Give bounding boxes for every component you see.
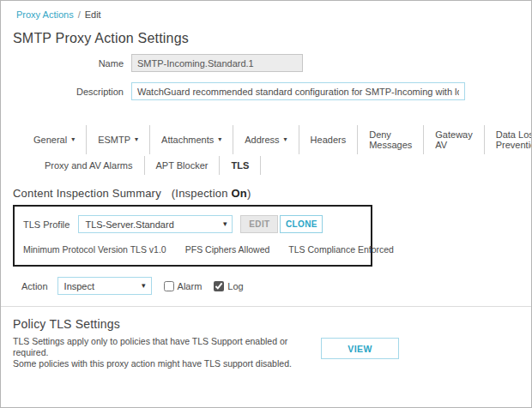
description-label: Description xyxy=(1,87,131,97)
tab-gateway-av-label: Gateway AV xyxy=(435,129,472,150)
action-select[interactable]: Inspect ▾ xyxy=(57,277,152,295)
tab-data-loss-prevention[interactable]: Data Loss Prevention xyxy=(485,125,532,154)
tls-profile-label: TLS Profile xyxy=(23,219,70,230)
chevron-down-icon: ▾ xyxy=(135,135,138,145)
tab-deny-messages-label: Deny Messages xyxy=(369,129,412,150)
tab-headers-label: Headers xyxy=(311,135,347,145)
tls-profile-row: TLS Profile TLS-Server.Standard ▾ EDIT C… xyxy=(23,215,362,233)
alarm-checkbox[interactable] xyxy=(164,281,174,291)
action-label: Action xyxy=(21,281,48,291)
content-inspection-heading: Content Inspection Summary(Inspection On… xyxy=(13,187,531,200)
tab-proxy-and-av-alarms[interactable]: Proxy and AV Alarms xyxy=(33,156,145,175)
tab-address-label: Address xyxy=(245,135,279,145)
tab-apt-blocker-label: APT Blocker xyxy=(156,160,209,171)
policy-tls-heading: Policy TLS Settings xyxy=(13,317,531,331)
tab-esmtp[interactable]: ESMTP ▾ xyxy=(87,125,150,154)
clone-button[interactable]: CLONE xyxy=(280,215,323,233)
tab-attachments[interactable]: Attachments ▾ xyxy=(150,125,233,154)
inspection-status-prefix: (Inspection xyxy=(172,187,232,200)
name-row: Name xyxy=(1,54,531,72)
summary-pfs-ciphers: PFS Ciphers Allowed xyxy=(185,244,270,255)
page-title: SMTP Proxy Action Settings xyxy=(13,31,531,46)
inspection-status-suffix: ) xyxy=(247,187,251,200)
chevron-down-icon: ▾ xyxy=(284,135,287,145)
chevron-down-icon: ▾ xyxy=(223,219,227,228)
tab-row-1: General ▾ ESMTP ▾ Attachments ▾ Address … xyxy=(22,125,531,154)
action-row: Action Inspect ▾ Alarm Log xyxy=(21,277,531,295)
tab-data-loss-prevention-label: Data Loss Prevention xyxy=(496,129,532,150)
inspection-status: (Inspection On) xyxy=(172,187,251,200)
tab-tls-label: TLS xyxy=(231,160,249,171)
summary-tls-compliance: TLS Compliance Enforced xyxy=(288,244,394,255)
edit-button[interactable]: EDIT xyxy=(240,215,278,233)
name-label: Name xyxy=(1,58,131,69)
view-button[interactable]: VIEW xyxy=(321,338,399,359)
description-input[interactable] xyxy=(131,82,465,100)
policy-tls-description: TLS Settings apply only to policies that… xyxy=(13,336,313,369)
tab-address[interactable]: Address ▾ xyxy=(233,125,299,154)
policy-tls-line2: Some policies with this proxy action mig… xyxy=(13,358,313,369)
tab-attachments-label: Attachments xyxy=(161,135,214,145)
policy-tls-line1: TLS Settings apply only to policies that… xyxy=(13,336,313,358)
tab-tls[interactable]: TLS xyxy=(220,156,261,175)
chevron-down-icon: ▾ xyxy=(71,135,75,145)
breadcrumb-link-proxy-actions[interactable]: Proxy Actions xyxy=(16,9,74,20)
log-checkbox-label: Log xyxy=(227,281,243,291)
tab-proxy-and-av-alarms-label: Proxy and AV Alarms xyxy=(45,160,133,171)
content-inspection-heading-text: Content Inspection Summary xyxy=(13,187,161,200)
tls-profile-select[interactable]: TLS-Server.Standard ▾ xyxy=(78,215,233,233)
content-inspection-summary-box: TLS Profile TLS-Server.Standard ▾ EDIT C… xyxy=(13,205,372,267)
name-input[interactable] xyxy=(131,54,303,72)
chevron-down-icon: ▾ xyxy=(218,135,221,145)
inspection-status-value: On xyxy=(231,187,246,200)
alarm-checkbox-label: Alarm xyxy=(178,281,203,291)
tab-deny-messages[interactable]: Deny Messages xyxy=(358,125,424,154)
tab-esmtp-label: ESMTP xyxy=(98,135,130,145)
breadcrumb: Proxy Actions/Edit xyxy=(1,1,531,20)
log-checkbox[interactable] xyxy=(214,281,224,291)
breadcrumb-current: Edit xyxy=(85,9,101,20)
action-selected-value: Inspect xyxy=(64,281,94,291)
tab-general-label: General xyxy=(33,135,67,145)
tab-row-2: Proxy and AV Alarms APT Blocker TLS xyxy=(33,156,531,175)
log-checkbox-group: Log xyxy=(214,281,243,291)
smtp-proxy-action-settings-page: Proxy Actions/Edit SMTP Proxy Action Set… xyxy=(0,0,532,408)
tab-general[interactable]: General ▾ xyxy=(22,125,87,154)
policy-tls-row: TLS Settings apply only to policies that… xyxy=(13,336,531,369)
tls-profile-selected-value: TLS-Server.Standard xyxy=(85,219,173,230)
tab-gateway-av[interactable]: Gateway AV xyxy=(424,125,484,154)
breadcrumb-separator: / xyxy=(78,9,81,20)
tab-bar: General ▾ ESMTP ▾ Attachments ▾ Address … xyxy=(1,125,531,175)
section-divider xyxy=(1,306,531,307)
summary-min-protocol: Minimum Protocol Version TLS v1.0 xyxy=(23,244,166,255)
tab-headers[interactable]: Headers xyxy=(299,125,359,154)
tls-profile-summary: Minimum Protocol Version TLS v1.0 PFS Ci… xyxy=(23,244,362,255)
chevron-down-icon: ▾ xyxy=(142,281,146,290)
description-row: Description xyxy=(1,82,531,100)
alarm-checkbox-group: Alarm xyxy=(164,281,203,291)
tab-apt-blocker[interactable]: APT Blocker xyxy=(145,156,221,175)
